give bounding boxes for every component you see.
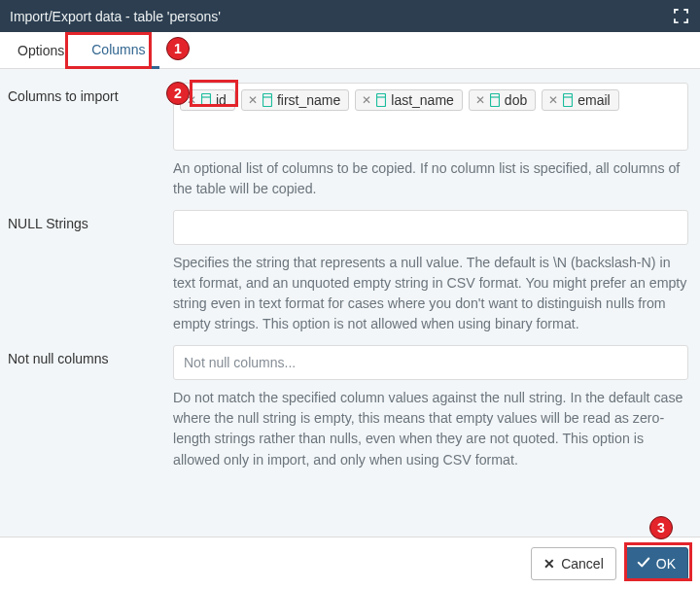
close-icon[interactable]: ✕ [362, 93, 371, 107]
not-null-columns-input[interactable] [173, 345, 688, 380]
tag-last-name[interactable]: ✕ last_name [355, 89, 463, 111]
svg-rect-4 [377, 94, 386, 107]
tabs: Options Columns [0, 32, 700, 69]
help-not-null-columns: Do not match the specified column values… [173, 388, 688, 470]
svg-rect-0 [202, 94, 211, 107]
label-columns-to-import: Columns to import [8, 83, 173, 200]
tag-first-name[interactable]: ✕ first_name [241, 89, 349, 111]
tag-id[interactable]: ✕ id [180, 89, 235, 111]
fullscreen-icon[interactable] [671, 7, 690, 26]
column-icon [201, 93, 211, 107]
help-null-strings: Specifies the string that represents a n… [173, 253, 688, 335]
ok-label: OK [656, 556, 676, 572]
column-icon [563, 93, 573, 107]
close-icon[interactable]: ✕ [248, 93, 258, 107]
tag-label: email [578, 92, 610, 108]
tag-email[interactable]: ✕ email [542, 89, 618, 111]
help-columns-to-import: An optional list of columns to be copied… [173, 158, 688, 200]
dialog-footer: ✕ Cancel OK [0, 537, 700, 589]
tab-columns[interactable]: Columns [78, 32, 158, 69]
row-columns-to-import: Columns to import ✕ id ✕ first_name [8, 83, 688, 200]
close-icon: ✕ [543, 556, 555, 572]
tag-label: id [216, 92, 227, 108]
tag-label: first_name [277, 92, 340, 108]
svg-rect-6 [490, 94, 499, 107]
ok-button[interactable]: OK [624, 547, 688, 580]
tag-dob[interactable]: ✕ dob [469, 89, 536, 111]
null-strings-input[interactable] [173, 210, 688, 245]
close-icon[interactable]: ✕ [475, 93, 485, 107]
cancel-button[interactable]: ✕ Cancel [531, 547, 616, 580]
row-null-strings: NULL Strings Specifies the string that r… [8, 210, 688, 335]
window-title: Import/Export data - table 'persons' [10, 9, 671, 24]
cancel-label: Cancel [561, 556, 604, 572]
columns-to-import-input[interactable]: ✕ id ✕ first_name ✕ [173, 83, 688, 151]
label-not-null-columns: Not null columns [8, 345, 173, 470]
form-body: Columns to import ✕ id ✕ first_name [0, 69, 700, 537]
tag-label: last_name [391, 92, 454, 108]
close-icon[interactable]: ✕ [548, 93, 558, 107]
row-not-null-columns: Not null columns Do not match the specif… [8, 345, 688, 470]
column-icon [376, 93, 386, 107]
tag-label: dob [505, 92, 527, 108]
column-icon [490, 93, 500, 107]
close-icon[interactable]: ✕ [187, 93, 196, 107]
tab-options[interactable]: Options [4, 32, 78, 68]
titlebar: Import/Export data - table 'persons' [0, 0, 700, 32]
label-null-strings: NULL Strings [8, 210, 173, 335]
check-icon [637, 555, 650, 572]
svg-rect-2 [262, 94, 271, 107]
svg-rect-8 [564, 94, 573, 107]
column-icon [262, 93, 272, 107]
